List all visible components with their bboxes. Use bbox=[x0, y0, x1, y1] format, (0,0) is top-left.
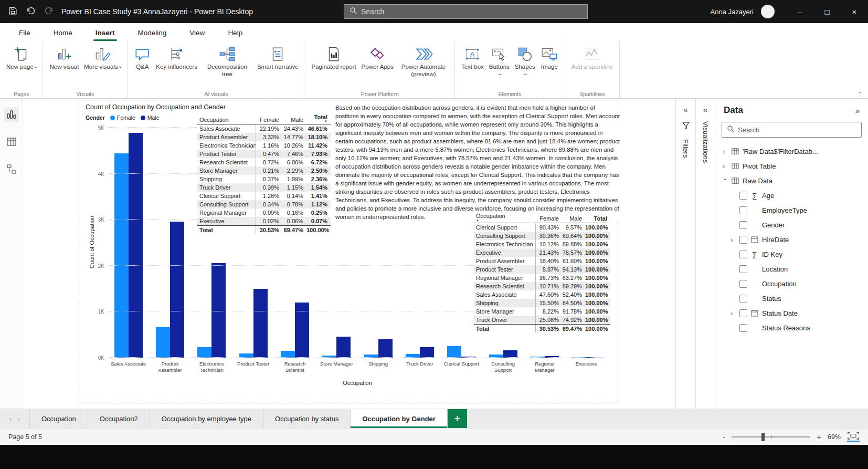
occupation-share-table[interactable]: OccupationFemaleMaleTotal▼Sales Associat… bbox=[197, 113, 331, 234]
field-status-reasons[interactable]: Status Reasons bbox=[715, 320, 868, 335]
legend-item-female[interactable]: Female bbox=[110, 114, 135, 121]
key-influencers-button[interactable]: Key influencers bbox=[154, 44, 199, 71]
model-view-button[interactable] bbox=[4, 162, 19, 176]
minimize-button[interactable]: – bbox=[786, 0, 813, 23]
page-tab-occupation-by-status[interactable]: Occupation by status bbox=[263, 409, 350, 428]
field-id-key[interactable]: ∑ID Key bbox=[715, 247, 868, 262]
table-row[interactable]: Sales Associate22.19%24.43%46.61% bbox=[197, 124, 331, 133]
avatar[interactable] bbox=[761, 5, 775, 18]
field-checkbox[interactable] bbox=[739, 324, 747, 332]
column-header-female[interactable]: Female bbox=[256, 113, 282, 123]
fit-to-page-button[interactable] bbox=[847, 432, 860, 442]
field-checkbox[interactable] bbox=[739, 251, 747, 258]
column-header-occupation[interactable]: Occupation▲ bbox=[474, 212, 536, 222]
chevron-collapsed-icon[interactable]: › bbox=[723, 148, 728, 155]
table-row[interactable]: Total30.53%69.47%100.00% bbox=[197, 225, 331, 234]
table-row[interactable]: Product Tester0.47%7.46%7.93% bbox=[197, 150, 331, 158]
page-tab-occupation-by-gender[interactable]: Occupation by Gender bbox=[350, 409, 447, 428]
legend-item-male[interactable]: Male bbox=[141, 114, 160, 121]
data-search-box[interactable] bbox=[722, 122, 862, 138]
zoom-out-button[interactable]: - bbox=[723, 432, 725, 441]
decomposition-tree-button[interactable]: Decomposition tree bbox=[200, 44, 254, 79]
table-row[interactable]: Product Tester5.87%94.13%100.00% bbox=[474, 265, 610, 274]
field-location[interactable]: Location bbox=[715, 262, 868, 276]
undo-icon[interactable] bbox=[26, 6, 36, 17]
column-header-occupation[interactable]: Occupation bbox=[197, 113, 256, 123]
chevron-collapsed-icon[interactable]: › bbox=[731, 309, 736, 317]
field-checkbox[interactable] bbox=[739, 280, 747, 288]
column-header-male[interactable]: Male bbox=[282, 113, 306, 123]
bar-female-product-assembler[interactable] bbox=[156, 327, 170, 358]
collapse-ribbon-icon[interactable]: › bbox=[856, 91, 863, 93]
table-row[interactable]: Truck Driver0.39%1.15%1.54% bbox=[197, 183, 331, 192]
table-row[interactable]: Product Assembler3.33%14.77%18.10% bbox=[197, 133, 331, 141]
field-checkbox[interactable] bbox=[739, 192, 747, 200]
add-sparkline-button[interactable]: Add a sparkline bbox=[569, 44, 615, 71]
new-visual-button[interactable]: New visual bbox=[47, 44, 81, 71]
zoom-slider-handle[interactable] bbox=[761, 433, 765, 441]
collapse-data-pane-icon[interactable]: » bbox=[855, 106, 860, 115]
bar-male-sales-associate[interactable] bbox=[129, 133, 143, 358]
bar-male-product-assembler[interactable] bbox=[170, 222, 184, 358]
bar-male-electronics-technician[interactable] bbox=[211, 263, 226, 358]
table-row[interactable]: Clerical Support1.28%0.14%1.41% bbox=[197, 192, 331, 200]
table-row[interactable]: Research Scientist0.72%6.00%6.72% bbox=[197, 158, 331, 166]
expand-filters-icon[interactable]: « bbox=[683, 105, 687, 114]
field-employeetype[interactable]: EmployeeType bbox=[715, 203, 868, 217]
titlebar-search[interactable] bbox=[344, 4, 588, 19]
column-header-female[interactable]: Female bbox=[536, 212, 562, 222]
menu-tab-home[interactable]: Home bbox=[43, 26, 83, 41]
data-table-raw-data[interactable]: ›Raw Data bbox=[715, 173, 868, 188]
bar-male-product-tester[interactable] bbox=[253, 289, 268, 358]
table-row[interactable]: Total30.53%69.47%100.00% bbox=[474, 324, 610, 332]
zoom-slider[interactable] bbox=[732, 436, 810, 437]
table-row[interactable]: Research Scientist10.71%89.29%100.00% bbox=[474, 282, 610, 290]
zoom-in-button[interactable]: + bbox=[817, 432, 821, 441]
new-page-button[interactable]: New page› bbox=[4, 44, 38, 72]
buttons-button[interactable]: Buttons› bbox=[487, 44, 512, 79]
table-row[interactable]: Regional Manager0.09%0.16%0.25% bbox=[197, 209, 331, 217]
report-view-button[interactable] bbox=[4, 107, 19, 122]
filters-pane-title[interactable]: Filters bbox=[682, 139, 690, 158]
paginated-report-button[interactable]: Paginated report bbox=[310, 44, 358, 71]
field-checkbox[interactable] bbox=[739, 265, 747, 273]
bar-female-electronics-technician[interactable] bbox=[197, 347, 211, 358]
field-status-date[interactable]: ›Status Date bbox=[715, 306, 868, 320]
bar-female-clerical-support[interactable] bbox=[447, 346, 461, 358]
table-row[interactable]: Sales Associate47.60%52.40%100.00% bbox=[474, 290, 610, 299]
chevron-collapsed-icon[interactable]: › bbox=[723, 162, 728, 170]
table-row[interactable]: Clerical Support90.43%9.57%100.00% bbox=[474, 223, 610, 232]
table-row[interactable]: Electronics Technician1.16%10.26%11.42% bbox=[197, 141, 331, 150]
page-tab-occupation-by-employee-type[interactable]: Occupation by employee type bbox=[150, 409, 263, 428]
table-view-button[interactable] bbox=[4, 134, 19, 149]
column-header-total[interactable]: Total▼ bbox=[306, 113, 331, 123]
field-status[interactable]: Status bbox=[715, 291, 868, 306]
table-row[interactable]: Store Manager0.21%2.29%2.50% bbox=[197, 166, 331, 175]
expand-visualizations-icon[interactable]: « bbox=[703, 105, 707, 114]
redo-icon[interactable] bbox=[44, 6, 54, 17]
column-header-male[interactable]: Male bbox=[562, 212, 585, 222]
menu-tab-view[interactable]: View bbox=[179, 26, 215, 41]
table-row[interactable]: Electronics Technician10.12%89.88%100.00… bbox=[474, 240, 610, 248]
bar-male-shipping[interactable] bbox=[378, 339, 393, 358]
menu-tab-file[interactable]: File bbox=[8, 26, 41, 41]
chevron-collapsed-icon[interactable]: › bbox=[731, 236, 736, 244]
table-row[interactable]: Shipping15.50%84.50%100.00% bbox=[474, 299, 610, 307]
field-hiredate[interactable]: ›HireDate bbox=[715, 232, 868, 247]
bar-male-consulting-support[interactable] bbox=[503, 350, 517, 358]
new-page-tab-button[interactable]: + bbox=[448, 409, 467, 428]
table-row[interactable]: Consulting Support30.36%69.64%100.00% bbox=[474, 232, 610, 240]
bar-female-sales-associate[interactable] bbox=[114, 153, 129, 358]
field-occupation[interactable]: Occupation bbox=[715, 276, 868, 291]
maximize-button[interactable]: □ bbox=[813, 0, 841, 23]
table-row[interactable]: Truck Driver25.08%74.92%100.00% bbox=[474, 316, 610, 324]
bar-male-store-manager[interactable] bbox=[336, 337, 351, 358]
account-name[interactable]: Anna Jazayeri bbox=[711, 8, 754, 16]
power-automate-button[interactable]: Power Automate (preview) bbox=[397, 44, 450, 79]
table-row[interactable]: Consulting Support0.34%0.78%1.12% bbox=[197, 200, 331, 209]
report-page[interactable]: Count of Occupation by Occupation and Ge… bbox=[79, 100, 618, 403]
bar-male-truck-driver[interactable] bbox=[420, 347, 434, 358]
more-visuals-button[interactable]: More visuals› bbox=[82, 44, 123, 72]
field-checkbox[interactable] bbox=[739, 221, 747, 229]
previous-page-arrow[interactable]: ‹ bbox=[9, 415, 12, 423]
